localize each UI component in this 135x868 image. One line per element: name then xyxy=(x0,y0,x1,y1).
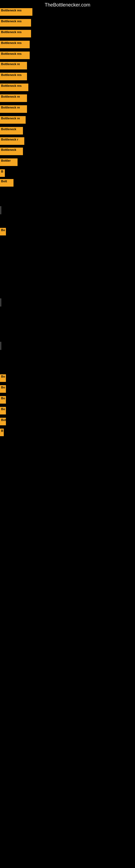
bottleneck-item-8: Bottleneck re xyxy=(0,94,27,102)
bottleneck-item-4: Bottleneck res xyxy=(0,52,30,59)
bottleneck-item-7: Bottleneck res xyxy=(0,84,28,91)
bottleneck-item-13: Bottleneck xyxy=(0,148,23,155)
bottleneck-item-3: Bottleneck res xyxy=(0,41,30,48)
bottleneck-item-21: Bo xyxy=(0,374,6,382)
bottleneck-item-11: Bottleneck xyxy=(0,127,23,134)
bottleneck-item-15: B xyxy=(0,169,5,177)
bottleneck-item-25: Bott xyxy=(0,418,6,425)
bottleneck-item-9: Bottleneck re xyxy=(0,105,27,113)
bottleneck-item-22: Bo xyxy=(0,385,6,393)
bottleneck-item-10: Bottleneck re xyxy=(0,116,26,124)
vertical-indicator-17 xyxy=(1,206,1,214)
bottleneck-item-6: Bottleneck res xyxy=(0,73,27,80)
bottleneck-item-24: Bo xyxy=(0,407,6,414)
bottleneck-item-1: Bottleneck res xyxy=(0,19,31,27)
bottleneck-item-2: Bottleneck res xyxy=(0,30,31,37)
vertical-indicator-19 xyxy=(1,299,1,307)
bottleneck-item-18: Bo xyxy=(0,228,6,236)
bottleneck-item-14: Bottler xyxy=(0,158,17,166)
bottleneck-item-0: Bottleneck res xyxy=(0,8,32,16)
bottleneck-item-5: Bottleneck re xyxy=(0,62,27,69)
bottleneck-item-26: B xyxy=(0,429,4,436)
bottleneck-item-12: Bottleneck r xyxy=(0,137,24,145)
bottleneck-item-16: Bott xyxy=(0,179,13,187)
bottleneck-item-23: Bo xyxy=(0,396,6,404)
vertical-indicator-20 xyxy=(1,342,1,350)
